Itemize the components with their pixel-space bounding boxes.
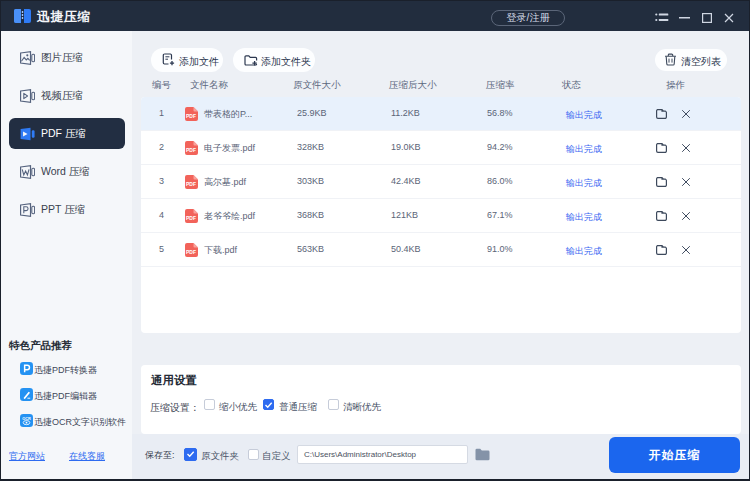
svg-text:PDF: PDF bbox=[186, 147, 196, 153]
svg-text:PDF: PDF bbox=[186, 181, 196, 187]
svg-text:PDF: PDF bbox=[186, 215, 196, 221]
svg-text:OCR: OCR bbox=[22, 416, 31, 421]
svg-text:PDF: PDF bbox=[186, 249, 196, 255]
svg-text:PDF: PDF bbox=[186, 113, 196, 119]
